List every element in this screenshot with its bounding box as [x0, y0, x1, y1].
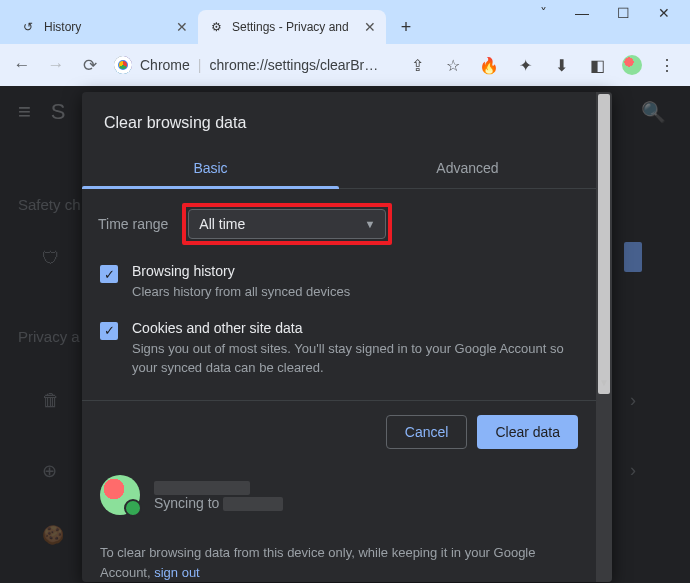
dialog-footnote: To clear browsing data from this device …: [82, 527, 596, 582]
tab-advanced[interactable]: Advanced: [339, 148, 596, 188]
clear-browsing-data-dialog: Clear browsing data Basic Advanced Time …: [82, 92, 612, 582]
window-controls: ˅ — ☐ ✕: [540, 0, 690, 26]
trash-icon: 🗑: [42, 390, 60, 411]
scroll-down-icon[interactable]: ▼: [596, 377, 612, 388]
extensions-puzzle-icon[interactable]: ✦: [514, 54, 536, 76]
toolbar-actions: ⇪ ☆ 🔥 ✦ ⬇ ◧ ⋮: [402, 54, 682, 76]
sign-out-link[interactable]: sign out: [154, 565, 200, 580]
back-button[interactable]: ←: [8, 51, 36, 79]
kebab-menu-icon[interactable]: ⋮: [656, 54, 678, 76]
sync-label: Syncing to: [154, 495, 219, 511]
search-icon[interactable]: 🔍: [641, 100, 666, 124]
bookmark-star-icon[interactable]: ☆: [442, 54, 464, 76]
checkbox-checked-icon[interactable]: ✓: [100, 322, 118, 340]
dialog-tabs: Basic Advanced: [82, 148, 596, 189]
section-privacy: Privacy a: [18, 328, 80, 345]
sync-account-row[interactable]: Syncing to: [82, 463, 596, 527]
dialog-title: Clear browsing data: [82, 92, 596, 148]
fire-extension-icon[interactable]: 🔥: [478, 54, 500, 76]
history-icon: ↺: [20, 19, 36, 35]
profile-avatar-large: [100, 475, 140, 515]
option-title: Cookies and other site data: [132, 320, 578, 336]
separator: |: [198, 57, 202, 73]
tab-history[interactable]: ↺ History ✕: [10, 10, 198, 44]
chevron-right-icon: ›: [630, 460, 636, 481]
checkbox-checked-icon[interactable]: ✓: [100, 265, 118, 283]
window-minimize-icon[interactable]: —: [575, 5, 589, 21]
option-title: Browsing history: [132, 263, 350, 279]
option-cookies[interactable]: ✓ Cookies and other site data Signs you …: [98, 302, 580, 378]
chevron-right-icon: ›: [630, 390, 636, 411]
clear-data-button[interactable]: Clear data: [477, 415, 578, 449]
profile-avatar[interactable]: [622, 55, 642, 75]
omnibox-url: chrome://settings/clearBr…: [209, 57, 378, 73]
chrome-icon: [114, 56, 132, 74]
chevron-down-icon: ▼: [364, 218, 375, 230]
sidepanel-icon[interactable]: ◧: [586, 54, 608, 76]
window-close-icon[interactable]: ✕: [658, 5, 670, 21]
tab-label: Settings - Privacy and: [232, 20, 349, 34]
tab-basic[interactable]: Basic: [82, 148, 339, 188]
compass-icon: ⊕: [42, 460, 57, 482]
redacted-email: [223, 497, 283, 511]
time-range-highlight: All time ▼: [182, 203, 392, 245]
option-desc: Clears history from all synced devices: [132, 283, 350, 302]
close-icon[interactable]: ✕: [364, 19, 376, 35]
time-range-select[interactable]: All time ▼: [188, 209, 386, 239]
time-range-label: Time range: [98, 216, 168, 232]
settings-page-title: S: [51, 99, 66, 125]
close-icon[interactable]: ✕: [176, 19, 188, 35]
download-icon[interactable]: ⬇: [550, 54, 572, 76]
window-maximize-icon[interactable]: ☐: [617, 5, 630, 21]
dialog-footer: Cancel Clear data: [82, 400, 596, 463]
new-tab-button[interactable]: +: [392, 13, 420, 41]
omnibox-source: Chrome: [140, 57, 190, 73]
shield-icon: 🛡: [42, 248, 60, 269]
gear-icon: ⚙: [208, 19, 224, 35]
hamburger-icon[interactable]: ≡: [18, 99, 31, 125]
section-safety-check: Safety ch: [18, 196, 81, 213]
tab-settings[interactable]: ⚙ Settings - Privacy and ✕: [198, 10, 386, 44]
toolbar: ← → ⟳ Chrome | chrome://settings/clearBr…: [0, 44, 690, 86]
address-bar[interactable]: Chrome | chrome://settings/clearBr…: [110, 50, 396, 80]
reload-button[interactable]: ⟳: [76, 51, 104, 79]
dialog-scrollbar[interactable]: ▼: [596, 92, 612, 582]
option-browsing-history[interactable]: ✓ Browsing history Clears history from a…: [98, 245, 580, 302]
window-minimize-dropdown-icon[interactable]: ˅: [540, 5, 547, 21]
cookie-icon: 🍪: [42, 524, 64, 546]
option-desc: Signs you out of most sites. You'll stay…: [132, 340, 578, 378]
tab-label: History: [44, 20, 81, 34]
redacted-name: [154, 481, 250, 495]
cancel-button[interactable]: Cancel: [386, 415, 468, 449]
scrollbar-thumb[interactable]: [598, 94, 610, 394]
time-range-value: All time: [199, 216, 245, 232]
share-icon[interactable]: ⇪: [406, 54, 428, 76]
check-now-button-fragment[interactable]: [624, 242, 642, 272]
forward-button[interactable]: →: [42, 51, 70, 79]
